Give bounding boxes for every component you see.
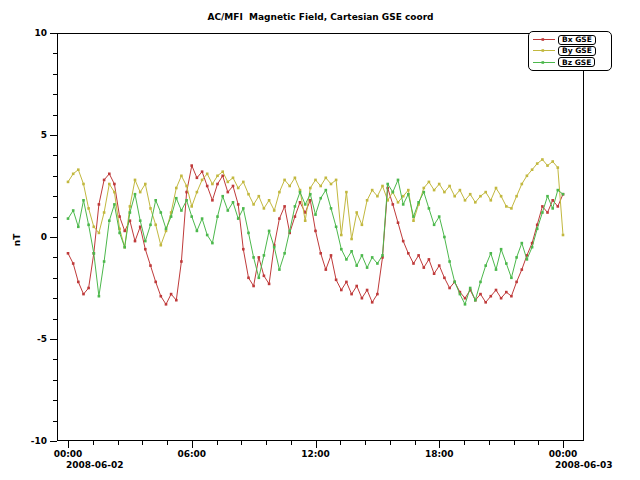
data-marker xyxy=(371,189,374,192)
data-marker xyxy=(221,175,224,178)
data-marker xyxy=(268,199,271,202)
data-marker xyxy=(423,191,426,194)
data-marker xyxy=(361,254,364,257)
data-marker xyxy=(185,185,188,188)
data-marker xyxy=(443,236,446,239)
data-marker xyxy=(93,252,96,255)
data-marker xyxy=(149,207,152,210)
data-marker xyxy=(134,179,137,182)
data-marker xyxy=(366,199,369,202)
data-marker xyxy=(546,211,549,214)
data-marker xyxy=(407,189,410,192)
axes xyxy=(50,34,584,449)
data-marker xyxy=(221,195,224,198)
tick-labels: -10-5051000:002008-06-0206:0012:0018:000… xyxy=(31,28,613,470)
data-marker xyxy=(562,193,565,196)
data-marker xyxy=(479,195,482,198)
data-marker xyxy=(505,205,508,208)
data-marker xyxy=(160,244,163,247)
data-marker xyxy=(278,217,281,220)
data-marker xyxy=(77,281,80,284)
data-marker xyxy=(304,219,307,222)
data-marker xyxy=(541,211,544,214)
data-marker xyxy=(402,195,405,198)
x-date-label: 2008-06-03 xyxy=(555,460,613,470)
data-marker xyxy=(98,295,101,298)
data-marker xyxy=(268,230,271,233)
series-line-bx-gse xyxy=(68,166,563,305)
legend-item-bx: Bx GSE xyxy=(532,35,608,45)
data-marker xyxy=(438,183,441,186)
data-marker xyxy=(345,281,348,284)
data-marker xyxy=(82,183,85,186)
data-marker xyxy=(247,193,250,196)
data-marker xyxy=(438,264,441,267)
data-marker xyxy=(72,173,75,176)
data-marker xyxy=(288,230,291,233)
data-marker xyxy=(464,297,467,300)
data-marker xyxy=(376,293,379,296)
data-marker xyxy=(386,183,389,186)
data-marker xyxy=(361,297,364,300)
data-marker xyxy=(72,209,75,212)
data-marker xyxy=(428,258,431,261)
data-marker xyxy=(345,191,348,194)
data-marker xyxy=(252,256,255,259)
x-tick-label: 06:00 xyxy=(177,449,206,459)
data-marker xyxy=(160,295,163,298)
data-marker xyxy=(237,217,240,220)
data-marker xyxy=(242,207,245,210)
data-marker xyxy=(397,179,400,182)
data-marker xyxy=(526,258,529,261)
data-marker xyxy=(160,211,163,214)
data-marker xyxy=(330,183,333,186)
x-tick-label: 12:00 xyxy=(301,449,330,459)
data-marker xyxy=(227,181,230,184)
data-marker xyxy=(154,199,157,202)
data-marker xyxy=(521,268,524,271)
data-marker xyxy=(201,170,204,173)
data-marker xyxy=(402,240,405,243)
data-marker xyxy=(515,256,518,259)
y-axis-title: nT xyxy=(12,233,22,246)
data-marker xyxy=(309,193,312,196)
y-tick-label: -5 xyxy=(37,334,47,344)
data-marker xyxy=(82,199,85,202)
data-marker xyxy=(314,179,317,182)
data-marker xyxy=(175,187,178,190)
data-marker xyxy=(113,203,116,206)
data-marker xyxy=(340,234,343,237)
data-marker xyxy=(325,189,328,192)
data-marker xyxy=(288,185,291,188)
data-marker xyxy=(490,199,493,202)
data-marker xyxy=(278,191,281,194)
data-marker xyxy=(355,264,358,267)
x-tick-label: 18:00 xyxy=(425,449,454,459)
data-marker xyxy=(103,211,106,214)
data-marker xyxy=(206,185,209,188)
data-marker xyxy=(201,217,204,220)
data-marker xyxy=(232,185,235,188)
data-marker xyxy=(165,228,168,231)
data-marker xyxy=(521,183,524,186)
data-marker xyxy=(381,254,384,257)
data-marker xyxy=(103,179,106,182)
plot-window: AC/MFI Magnetic Field, Cartesian GSE coo… xyxy=(0,0,640,480)
data-marker xyxy=(216,183,219,186)
data-marker xyxy=(541,158,544,161)
data-marker xyxy=(562,234,565,237)
data-marker xyxy=(551,207,554,210)
data-marker xyxy=(541,205,544,208)
data-marker xyxy=(247,277,250,280)
data-marker xyxy=(309,187,312,190)
data-marker xyxy=(484,264,487,267)
data-marker xyxy=(443,277,446,280)
data-marker xyxy=(350,293,353,296)
data-marker xyxy=(304,203,307,206)
data-marker xyxy=(211,183,214,186)
data-marker xyxy=(196,177,199,180)
data-marker xyxy=(557,189,560,192)
data-marker xyxy=(294,215,297,218)
data-marker xyxy=(294,177,297,180)
data-marker xyxy=(335,179,338,182)
